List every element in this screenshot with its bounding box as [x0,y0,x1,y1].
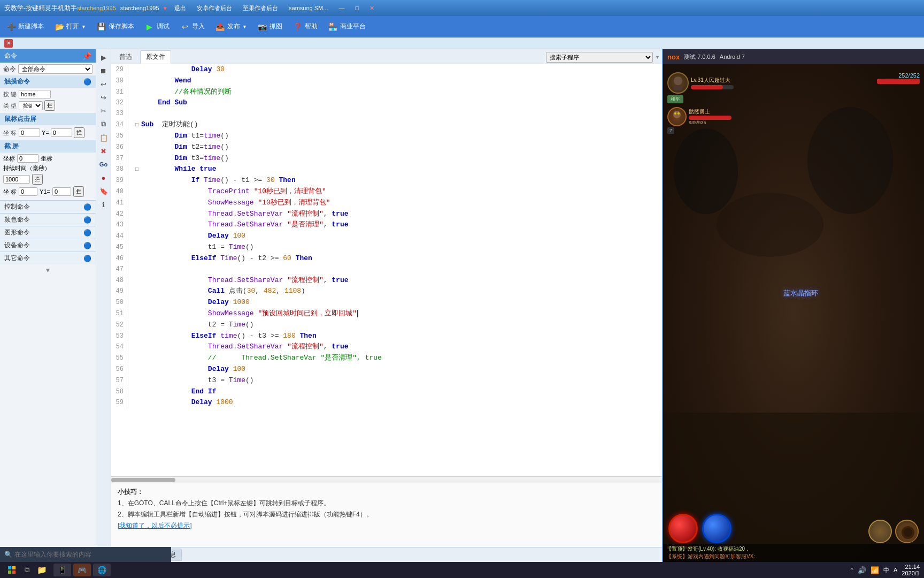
key-label: 按 键 [3,90,17,98]
click-x-input[interactable] [19,128,40,137]
delete-icon-btn[interactable]: ✖ [98,145,110,157]
minimize-btn[interactable]: — [335,4,348,12]
search-dropdown[interactable]: 搜索子程序 [546,52,653,63]
go-icon-btn[interactable]: Go [98,158,110,170]
wifi-icon[interactable]: 📶 [871,566,879,574]
bookmark-icon-btn[interactable]: 🔖 [98,185,110,197]
volume-icon[interactable]: 🔊 [858,566,866,574]
item-name: 蓝水晶指环 [783,288,818,298]
code-line-49: 49 Call 点击(30, 482, 1108) [111,286,662,297]
click-y-input[interactable] [51,128,72,137]
add-click-btn[interactable]: 拦 [74,127,84,138]
click-section-title: 鼠标点击屏 [4,115,36,124]
run-icon-btn[interactable]: ▶ [98,51,110,63]
exit-btn[interactable]: 退出 [171,3,189,13]
skill-btn-2[interactable] [895,520,919,543]
start-btn[interactable] [4,564,19,576]
screenshot-x0[interactable] [17,154,38,163]
game-version: 测试 7.0.0.6 [684,53,715,61]
paste-icon-btn[interactable]: 📋 [98,132,110,143]
open-btn[interactable]: 📂 打开 ▼ [50,20,90,34]
type-select[interactable]: 按键 [19,101,43,110]
player-avatar [667,72,689,94]
task-view-btn[interactable]: ⧉ [19,564,34,576]
redo-icon-btn[interactable]: ↪ [98,92,110,103]
skill-btn-1[interactable] [868,520,892,543]
h-scrollbar[interactable] [111,476,662,483]
taskbar-app-nox[interactable]: 🎮 [73,564,91,576]
maximize-btn[interactable]: □ [352,4,362,12]
screenshot-duration[interactable] [3,175,30,184]
info-icon-btn[interactable]: ℹ [98,199,110,210]
tips-link[interactable]: [我知道了，以后不必提示] [118,521,656,530]
screenshot-section-header[interactable]: 截 屏 [0,140,96,153]
click-y-label: Y= [42,130,49,136]
tab-source[interactable]: 原文件 [140,50,171,64]
help-label: 帮助 [305,22,318,31]
graphic-cmd-item[interactable]: 图形命令 🔵 [0,226,96,239]
breakpoint-icon-btn[interactable]: ● [98,172,110,184]
sys-chevron-icon[interactable]: ^ [851,567,853,573]
taskbar-time-area: 21:14 2020/1 [902,564,920,576]
taskbar-app-browser[interactable]: 🌐 [93,564,111,576]
add-screenshot-btn[interactable]: 拦 [32,174,43,185]
capture-btn[interactable]: 📷 抓图 [253,20,287,34]
android-backstage-btn[interactable]: 安卓作者后台 [194,3,235,13]
tab-quick[interactable]: 普选 [113,50,138,64]
screenshot-y1[interactable] [52,187,71,196]
copy-icon-btn[interactable]: ⧉ [98,118,110,130]
svg-rect-6 [674,85,682,90]
import-btn[interactable]: ↩ 导入 [176,20,209,34]
file-explorer-btn[interactable]: 📁 [34,564,49,576]
undo-icon-btn[interactable]: ↩ [98,78,110,90]
stop-icon-btn[interactable]: ⏹ [98,65,110,77]
graphic-expand-icon: 🔵 [83,229,91,237]
add-screenshot2-btn[interactable]: 拦 [73,186,84,197]
taskbar-apps: 📱 🎮 🌐 [53,564,111,576]
other-cmd-item[interactable]: 其它命令 🔵 [0,252,96,264]
search-input[interactable] [14,551,167,558]
close-panel-btn[interactable]: ✕ [4,39,13,48]
taskbar-app-mobile[interactable]: 📱 [53,564,71,576]
cut-icon-btn[interactable]: ✂ [98,105,110,117]
enemy-area: 骷髅勇士 935/935 7 [667,107,753,134]
pin-icon[interactable]: 📌 [82,52,91,60]
cmd-select[interactable]: 全部命令 [18,64,93,74]
code-line-35: 35 Dim t1=time() [111,131,662,142]
ios-backstage-btn[interactable]: 至果作者后台 [240,3,281,13]
debug-btn[interactable]: ▶ 调试 [141,20,174,34]
code-line-41: 41 ShowMessage "10秒已到，清理背包" [111,197,662,209]
new-script-btn[interactable]: ➕ 新建脚本 [2,20,48,34]
touch-section-header[interactable]: 触摸命令 🔵 [0,75,96,88]
screenshot-y1-label: Y1= [40,188,50,195]
code-line-40: 40 TracePrint "10秒已到，清理背包" [111,186,662,197]
svg-rect-14 [12,566,16,569]
svg-rect-16 [12,571,16,574]
help-btn[interactable]: ❓ 帮助 [289,20,322,34]
icon-bar: ▶ ⏹ ↩ ↪ ✂ ⧉ 📋 ✖ Go ● 🔖 ℹ [96,49,111,562]
device-cmd-label: 设备命令 [4,241,30,250]
key-input[interactable] [19,90,51,98]
taskbar-date: 2020/1 [902,570,920,576]
h-scroll-thumb[interactable] [111,478,175,482]
close-btn-title[interactable]: ✕ [366,4,378,13]
code-line-44: 44 Delay 100 [111,231,662,242]
color-cmd-item[interactable]: 颜色命令 🔵 [0,213,96,226]
code-editor[interactable]: 29 Delay 30 30 Wend 31 //各种情况的判断 3 [111,64,662,476]
add-touch-btn[interactable]: 拦 [44,100,55,111]
game-canvas[interactable]: Lv.31人民超过大 和平 [663,64,924,562]
code-line-30: 30 Wend [111,75,662,87]
market-btn[interactable]: 🏪 商业平台 [324,20,370,34]
lang-indicator[interactable]: 中 [883,566,889,574]
code-line-48: 48 Thread.SetShareVar "流程控制", true [111,275,662,286]
graphic-cmd-label: 图形命令 [4,228,30,237]
click-section-header[interactable]: 鼠标点击屏 [0,113,96,125]
control-cmd-item[interactable]: 控制命令 🔵 [0,200,96,213]
scroll-down[interactable]: ▼ [0,264,96,276]
screenshot-x1[interactable] [19,187,37,196]
tips-area: 小技巧： 1、在GOTO、CALL命令上按住【Ctrl+鼠标左键】可跳转到目标或… [111,483,662,547]
publish-btn[interactable]: 📤 发布 ▼ [211,20,251,34]
device-cmd-item[interactable]: 设备命令 🔵 [0,239,96,252]
save-btn[interactable]: 💾 保存脚本 [93,20,138,34]
code-line-31: 31 //各种情况的判断 [111,87,662,98]
